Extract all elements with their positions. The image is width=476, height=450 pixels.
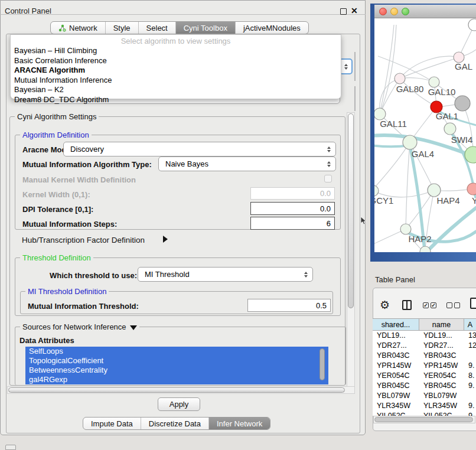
tab-infer-network[interactable]: Infer Network (209, 418, 270, 429)
stepper-up-icon (344, 64, 348, 66)
table-cell (464, 351, 476, 361)
hub-expand-arrow-icon[interactable] (163, 236, 168, 243)
network-window-titlebar[interactable] (374, 5, 476, 18)
mi-algorithm-type-value: Naive Bayes (165, 159, 208, 168)
tab-discretize-data[interactable]: Discretize Data (141, 418, 209, 429)
algorithm-option-dream8[interactable]: Dream8 DC_TDC Algorithm (14, 95, 109, 104)
tab-jactivemnodules[interactable]: jActiveMNodules (236, 22, 308, 34)
deselect-all-checkbox-icon2[interactable] (454, 302, 460, 308)
table-horizontal-scrollbar-thumb[interactable] (374, 417, 473, 422)
table-row[interactable]: YDR27...YDR27...12 (373, 341, 476, 351)
tab-jactivemnodules-label: jActiveMNodules (243, 24, 301, 32)
network-view[interactable]: GALGAL80GAL10GAL1GAL11SWI4GAL4GCY1HAP4YH… (374, 18, 476, 252)
manual-kernel-width-checkbox[interactable] (324, 175, 332, 182)
algorithm-option-bayesian-hill-climbing[interactable]: Bayesian – Hill Climbing (14, 46, 97, 55)
table-row[interactable]: YER054CYER054C8. (373, 371, 476, 381)
table-row[interactable]: YPR145WYPR145W9. (373, 361, 476, 371)
close-icon[interactable]: ✕ (351, 6, 358, 15)
network-node-label: HAP4 (436, 195, 459, 206)
tab-cyni-toolbox[interactable]: Cyni Toolbox (176, 22, 236, 34)
data-attributes-list[interactable]: SelfLoops TopologicalCoefficient Between… (25, 347, 328, 384)
apply-button[interactable]: Apply (158, 397, 200, 411)
algorithm-option-aracne[interactable]: ARACNE Algorithm (14, 66, 85, 74)
table-cell: YBL079W (373, 391, 419, 401)
network-graph: GALGAL80GAL10GAL1GAL11SWI4GAL4GCY1HAP4YH… (374, 18, 476, 252)
network-edge[interactable] (406, 142, 410, 229)
aracne-mode-combo[interactable]: Discovery (63, 142, 336, 156)
which-threshold-combo[interactable]: MI Threshold (138, 267, 313, 282)
table-row[interactable]: YBR045CYBR045C9. (373, 381, 476, 391)
table-row[interactable]: YLR345WYLR345W9. (373, 401, 476, 411)
network-node[interactable] (395, 73, 405, 84)
select-all-checkbox-icon[interactable]: ✓ (423, 302, 429, 308)
attr-list-scrollbar-thumb[interactable] (319, 348, 325, 380)
close-traffic-icon[interactable] (379, 8, 387, 15)
cyni-algorithm-settings-title: Cyni Algorithm Settings (15, 112, 99, 121)
combo-up-icon (327, 161, 331, 164)
new-table-page-icon[interactable] (470, 298, 476, 309)
network-node[interactable] (429, 77, 439, 87)
tab-network[interactable]: Network (51, 22, 106, 34)
minimized-panel-icon[interactable] (5, 445, 16, 450)
network-node[interactable] (467, 183, 476, 195)
table-cell: YDL19... (419, 331, 464, 341)
network-node[interactable] (455, 96, 470, 111)
table-row[interactable]: YIL052CYIL052C9 (373, 411, 476, 416)
gear-icon[interactable]: ⚙ (380, 298, 390, 312)
float-window-icon[interactable] (340, 8, 347, 15)
deselect-all-checkbox-icon[interactable] (446, 302, 452, 308)
table-row[interactable]: YDL19...YDL19...13 (373, 331, 476, 341)
column-header-partial[interactable]: A (464, 318, 476, 331)
algorithm-option-basic-correlation[interactable]: Basic Correlation Inference (14, 56, 107, 65)
mi-steps-input[interactable]: 6 (250, 217, 335, 230)
network-node[interactable] (374, 185, 379, 196)
aracne-mode-value: Discovery (70, 145, 104, 154)
table-cell: YDR27... (373, 341, 419, 351)
attr-item-betweennesscentrality[interactable]: BetweennessCentrality (25, 366, 328, 375)
attr-item-gal4rgexp[interactable]: gal4RGexp (25, 375, 328, 384)
select-all-checkbox-icon2[interactable]: ✓ (431, 302, 436, 308)
kernel-width-input[interactable]: 0.0 (250, 187, 335, 200)
which-threshold-value: MI Threshold (145, 270, 190, 279)
sources-collapse-arrow-icon[interactable] (130, 325, 137, 330)
network-node[interactable] (403, 135, 417, 149)
tab-style[interactable]: Style (106, 22, 139, 34)
settings-vertical-scrollbar-thumb[interactable] (348, 113, 354, 308)
network-node[interactable] (374, 108, 386, 120)
tab-select[interactable]: Select (139, 22, 176, 34)
algorithm-option-bayesian-k2[interactable]: Bayesian – K2 (14, 85, 64, 94)
attr-item-topologicalcoefficient[interactable]: TopologicalCoefficient (25, 356, 328, 366)
mi-algorithm-type-label: Mutual Information Algorithm Type: (22, 160, 152, 169)
table-body[interactable]: YDL19...YDL19...13YDR27...YDR27...12YBR0… (373, 331, 476, 416)
table-cell: YPR145W (373, 361, 419, 371)
tab-impute-data-label: Impute Data (91, 419, 133, 428)
table-cell: YDL19... (373, 331, 419, 341)
attr-item-selfloops[interactable]: SelfLoops (25, 347, 328, 356)
minimize-traffic-icon[interactable] (390, 8, 398, 15)
screenshot-root: Control Panel ✕ Network Style Select Cyn… (0, 0, 476, 450)
column-header-shared-name[interactable]: shared... (373, 318, 419, 331)
algorithm-option-mutual-information[interactable]: Mutual Information Inference (14, 76, 112, 84)
tab-infer-network-label: Infer Network (217, 419, 262, 428)
dpi-tolerance-input[interactable]: 0.0 (250, 202, 335, 215)
data-attributes-label: Data Attributes (19, 336, 74, 345)
mi-steps-label: Mutual Information Steps: (22, 220, 117, 229)
column-header-name[interactable]: name (419, 318, 464, 331)
columns-icon[interactable] (402, 300, 412, 310)
zoom-traffic-icon[interactable] (402, 8, 409, 15)
network-edge[interactable] (374, 142, 410, 189)
tab-impute-data[interactable]: Impute Data (83, 418, 141, 429)
network-node[interactable] (400, 224, 411, 234)
mi-threshold-input[interactable]: 0.5 (247, 299, 331, 312)
settings-horizontal-scrollbar-thumb[interactable] (8, 387, 345, 393)
network-node[interactable] (428, 184, 441, 197)
table-cell: 9. (464, 361, 476, 371)
mi-algorithm-type-combo[interactable]: Naive Bayes (158, 156, 336, 171)
tab-network-label: Network (69, 24, 97, 32)
table-row[interactable]: YBL079WYBL079W (373, 391, 476, 401)
table-row[interactable]: YBR043CYBR043C (373, 351, 476, 361)
network-node[interactable] (444, 123, 456, 135)
network-edge[interactable] (400, 57, 459, 79)
network-node[interactable] (468, 19, 476, 31)
network-edge-highlighted[interactable] (426, 208, 476, 252)
